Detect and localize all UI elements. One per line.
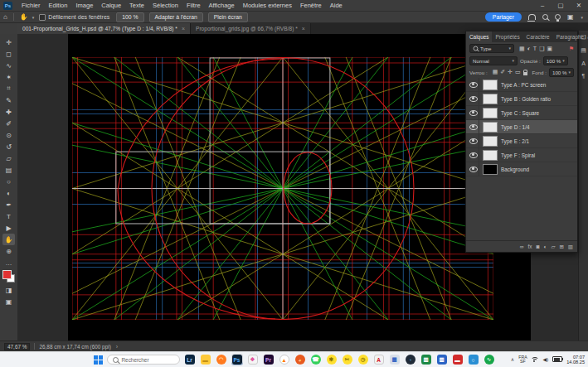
layer-row[interactable]: Background	[466, 162, 577, 176]
visibility-toggle[interactable]	[469, 120, 479, 133]
edit-toolbar-tool[interactable]: …	[2, 257, 15, 268]
battery-icon[interactable]	[552, 356, 562, 362]
layer-row[interactable]: Type A : PC screen	[466, 78, 577, 92]
document-canvas[interactable]	[72, 57, 493, 320]
screen-mode-button[interactable]: ▣	[2, 296, 15, 307]
pen-tool[interactable]: ✒	[2, 199, 15, 210]
panel-tab-paragraphe[interactable]: Paragraphe	[553, 31, 587, 42]
minimize-button[interactable]: –	[533, 2, 552, 9]
clock[interactable]: 07:07 14.08.25	[566, 355, 585, 365]
workspace-icon[interactable]: ▣	[567, 13, 574, 21]
layer-row[interactable]: Type C : Square	[466, 106, 577, 120]
visibility-toggle[interactable]	[469, 148, 479, 162]
move-tool[interactable]: ✛	[2, 36, 15, 48]
visibility-toggle[interactable]	[469, 92, 479, 105]
lock-artboard-icon[interactable]: ▭	[515, 69, 521, 75]
document-tab[interactable]: 001-Proportional_Grids_H.psd @ 47,7% (Ty…	[17, 23, 191, 34]
taskbar-app-photoshop[interactable]: Ps	[231, 354, 243, 365]
speaker-icon[interactable]: ◀)	[543, 356, 549, 362]
visibility-toggle[interactable]	[469, 78, 479, 91]
taskbar-app-app-dark-circle[interactable]: ◔	[405, 354, 416, 365]
brush-tool[interactable]: ✐	[2, 118, 15, 129]
lock-all-icon[interactable]	[523, 72, 527, 75]
taskbar-app-app-yellow-clock[interactable]: ◷	[357, 354, 369, 365]
taskbar-app-acrobat[interactable]: A	[373, 354, 385, 365]
taskbar-app-photos[interactable]: ❖	[247, 354, 259, 365]
lasso-tool[interactable]: ∿	[2, 60, 15, 71]
filter-kind-select[interactable]: Type ▾	[469, 44, 514, 53]
menu-item-calque[interactable]: Calque	[97, 2, 125, 9]
delete-layer-icon[interactable]: ▥	[568, 244, 573, 250]
adjustment-layer-icon[interactable]: ◐	[543, 244, 547, 249]
taskbar-app-app-yellow-gear[interactable]: ✱	[326, 354, 338, 365]
visibility-toggle[interactable]	[469, 134, 479, 147]
wifi-icon[interactable]	[532, 356, 539, 362]
tray-overflow-chevron[interactable]: ∧	[511, 356, 514, 362]
hand-tool-icon[interactable]: ✋	[20, 13, 28, 21]
foreground-color-swatch[interactable]	[2, 270, 12, 279]
discover-lamp-icon[interactable]	[555, 14, 561, 20]
tab-close-icon[interactable]: ×	[182, 26, 185, 31]
layer-group-icon[interactable]: ▱	[551, 244, 555, 250]
document-tab[interactable]: Proportional_grids.jpg @ 66,7% (RVB/8) *…	[191, 23, 311, 34]
menu-item-filtre[interactable]: Filtre	[182, 2, 205, 9]
dock-libraries-icon[interactable]: ▤	[581, 47, 586, 54]
taskbar-app-app-red-band[interactable]: ▬	[452, 354, 464, 365]
language-indicator[interactable]: FRA SF	[518, 355, 527, 364]
visibility-toggle[interactable]	[469, 106, 479, 119]
clone-stamp-tool[interactable]: ⊙	[2, 129, 15, 141]
taskbar-app-app-yellow-cut[interactable]: ✂	[342, 354, 353, 365]
crop-tool[interactable]: ⌗	[2, 83, 15, 94]
chevron-down-icon[interactable]: ▾	[32, 15, 35, 20]
filter-adjustment-layers-icon[interactable]: ◐	[527, 46, 531, 52]
filter-smart-objects-icon[interactable]: ▣	[547, 46, 552, 52]
taskbar-app-app-blue-doc[interactable]: ▥	[436, 354, 448, 365]
share-button[interactable]: Partager	[485, 12, 522, 22]
filter-toggle-icon[interactable]: ⚑	[569, 46, 574, 52]
zoom-tool[interactable]: ⊕	[2, 245, 15, 257]
healing-brush-tool[interactable]: ✚	[2, 106, 15, 118]
lock-position-icon[interactable]: ✛	[508, 69, 513, 75]
taskbar-app-app-green-book[interactable]: ▥	[420, 354, 432, 365]
menu-item-edition[interactable]: Edition	[45, 2, 72, 9]
taskbar-app-calculator[interactable]: ▦	[389, 354, 401, 365]
lock-transparency-icon[interactable]: ▦	[493, 69, 498, 75]
scroll-all-windows-checkbox[interactable]	[39, 14, 46, 21]
search-icon[interactable]	[542, 14, 548, 20]
taskbar-app-file-explorer[interactable]: ▬	[200, 354, 211, 365]
menu-item-image[interactable]: Image	[71, 2, 97, 9]
panel-tab-calques[interactable]: Calques	[466, 31, 492, 42]
taskbar-search[interactable]: Rechercher	[107, 355, 180, 365]
taskbar-app-premiere[interactable]: Pr	[263, 354, 275, 365]
maximize-button[interactable]: ▢	[552, 2, 570, 9]
menu-item-fichier[interactable]: Fichier	[17, 2, 45, 9]
panel-tab-propriétés[interactable]: Propriétés	[492, 31, 522, 42]
taskbar-app-lightroom[interactable]: Lr	[184, 354, 196, 365]
layer-mask-icon[interactable]: ◙	[537, 244, 540, 249]
taskbar-app-firefox[interactable]: ◠	[216, 354, 227, 365]
menu-item-affichage[interactable]: Affichage	[205, 2, 239, 9]
new-layer-icon[interactable]: ⊞	[559, 244, 563, 250]
filter-type-layers-icon[interactable]: T	[533, 46, 537, 52]
fill-select[interactable]: 100 % ▾	[549, 68, 574, 77]
taskbar-app-app-green-circle[interactable]: ∿	[484, 354, 495, 365]
menu-item-modules-externes[interactable]: Modules externes	[239, 2, 296, 9]
link-layers-icon[interactable]: ∞	[520, 244, 524, 249]
history-brush-tool[interactable]: ↺	[2, 141, 15, 152]
tab-close-icon[interactable]: ×	[302, 26, 305, 31]
blend-mode-select[interactable]: Normal ▾	[469, 56, 518, 65]
zoom-100-button[interactable]: 100 %	[116, 12, 143, 22]
menu-item-texte[interactable]: Texte	[125, 2, 148, 9]
menu-item-aide[interactable]: Aide	[326, 2, 347, 9]
layer-row[interactable]: Type D : 1/4	[466, 120, 577, 134]
taskbar-app-vlc[interactable]: ▲	[279, 354, 290, 365]
chevron-down-icon[interactable]: ▾	[581, 15, 583, 20]
taskbar-app-app-orange-ball[interactable]: ◕	[294, 354, 306, 365]
notifications-bell-icon[interactable]	[528, 14, 536, 20]
eraser-tool[interactable]: ▱	[2, 152, 15, 164]
path-selection-tool[interactable]: ▶	[2, 222, 15, 234]
status-arrow-icon[interactable]: ›	[116, 344, 118, 350]
zoom-level-field[interactable]: 47,67 %	[4, 343, 30, 350]
type-tool[interactable]: T	[2, 210, 15, 222]
taskbar-app-app-blue-chat[interactable]: ○	[468, 354, 479, 365]
